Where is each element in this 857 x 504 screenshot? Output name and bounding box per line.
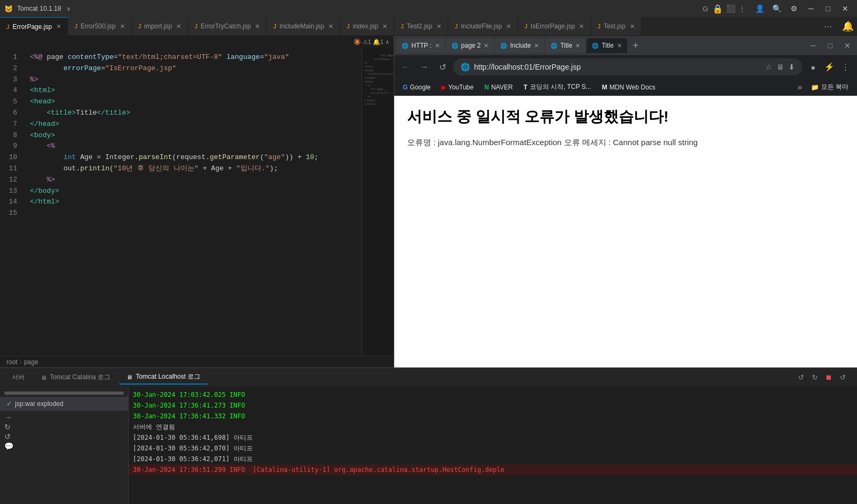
bottom-area: 서버 🖥 Tomcat Catalina 로그 🖥 Tomcat Localho… [0,367,857,504]
bookmark-youtube[interactable]: ▶ YouTube [437,82,478,92]
tab-errorpage-jsp[interactable]: J ErrorPage.jsp ✕ [0,17,68,36]
breadcrumb: root › page [0,356,394,367]
settings-btn[interactable]: ⚙ [786,1,801,16]
code-line-14: </html> [30,197,362,208]
browser-tab-2[interactable]: 🌐 Include ✕ [495,38,544,53]
code-line-12: %> [30,175,362,186]
bookmark-tcp[interactable]: T 코딩의 시작, TCP S... [519,81,595,93]
code-line-11: out.println("10년 후 당신의 나이는" + Age + "입니다… [30,163,362,175]
maximize-btn[interactable]: □ [821,1,836,16]
bookmark-mdn[interactable]: M MDN Web Docs [598,82,660,92]
search-btn[interactable]: 🔍 [769,1,784,16]
refresh-btn[interactable]: ↺ [435,59,450,74]
browser-tabs: 🌐 HTTP : ✕ 🌐 page 2 ✕ 🌐 Include ✕ 🌐 Titl… [394,36,857,55]
browser-tab-close-1[interactable]: ✕ [484,42,488,49]
restart-btn[interactable]: ↺ [795,372,807,383]
browser-tab-3[interactable]: 🌐 Title ✕ [545,38,585,53]
browser-tab-4[interactable]: 🌐 Title ✕ [587,38,627,53]
refresh2-btn[interactable]: ↻ [809,372,821,383]
address-bar[interactable]: 🌐 http://localhost:01/ErrorPage.jsp ☆ 🖥 … [453,58,802,76]
code-content[interactable]: 12345 678910 1112131415 <%@ page content… [0,48,362,356]
tab-close-7[interactable]: ✕ [506,23,511,30]
tab-import-jsp[interactable]: J import.jsp ✕ [132,17,189,36]
title-bar-left: 🐱 Tomcat 10.1.18 ∨ [4,5,71,13]
catalina-icon: 🖥 [41,374,47,381]
log-action-2[interactable]: ↻ [4,423,124,431]
log-main[interactable]: 30-Jan-2024 17:03:42.025 INFO 30-Jan-202… [129,387,857,504]
forward-btn[interactable]: → [417,59,432,74]
log-line-7: 30-Jan-2024 17:36:51.299 INFO [Catalina-… [129,464,857,475]
breadcrumb-root: root [6,358,18,366]
code-line-15 [30,208,362,219]
notifications[interactable]: 🔔 [839,20,857,32]
log-panel: ✓ jsp:war exploded → ↻ ↺ 💬 30-Jan-2024 1… [0,387,857,504]
log-line-4: [2024-01-30 05:36:41,698] 아티프 [129,432,857,443]
tabs-overflow-btn[interactable]: ⋯ [820,21,837,32]
log-line-5: [2024-01-30 05:36:42,070] 아티프 [129,443,857,454]
log-action-1[interactable]: → [4,413,124,422]
profile-btn[interactable]: ● [806,59,821,74]
tab-includemain-jsp[interactable]: J IncludeMain.jsp ✕ [267,17,340,36]
deploy-check-icon: ✓ [6,400,12,408]
bookmark-google[interactable]: G Google [399,82,435,92]
code-line-2: errorPage="IsErrorPage.jsp" [30,63,362,74]
code-line-1: <%@ page contentType="text/html;charset=… [30,52,362,63]
browser-content: 서비스 중 일시적 오류가 발생했습니다! 오류명 : java.lang.Nu… [394,96,857,367]
log-action-3[interactable]: ↺ [4,432,124,441]
code-line-5: <head> [30,96,362,108]
browser-favicon-2: 🌐 [500,43,507,49]
tab-close-0[interactable]: ✕ [56,23,61,30]
console-tab-localhost[interactable]: 🖥 Tomcat Localhost 로그 [119,370,208,385]
new-tab-btn[interactable]: + [628,38,643,53]
stop-btn[interactable]: ⏹ [823,372,835,383]
bookmark-icon[interactable]: ☆ [765,63,772,71]
tab-close-9[interactable]: ✕ [630,23,635,30]
redeploy-btn[interactable]: ↺ [837,372,848,383]
browser-tab-close-2[interactable]: ✕ [534,42,539,49]
browser-tab-close-3[interactable]: ✕ [575,42,580,49]
tab-icon: J [6,24,10,30]
tab-close-8[interactable]: ✕ [579,23,584,30]
browser-tab-close-4[interactable]: ✕ [617,42,622,49]
browser-favicon-0: 🌐 [402,43,408,49]
tab-iserrorpage-jsp[interactable]: J IsErrorPage.jsp ✕ [518,17,591,36]
minimize-btn[interactable]: ─ [803,1,818,16]
log-line-1: 30-Jan-2024 17:36:41.273 INFO [129,400,857,411]
browser-tab-1[interactable]: 🌐 page 2 ✕ [446,38,494,53]
close-btn[interactable]: ✕ [838,1,853,16]
browser-toolbar: ← → ↺ 🌐 http://localhost:01/ErrorPage.js… [394,55,857,79]
tab-close-6[interactable]: ✕ [437,23,441,30]
browser-tab-0[interactable]: 🌐 HTTP : ✕ [396,38,445,53]
code-line-3: %> [30,74,362,86]
menu-btn[interactable]: ⋮ [838,59,853,74]
tab-test2-jsp[interactable]: J Test2.jsp ✕ [394,17,448,36]
bookmarks-folder[interactable]: 📁 모든 북마 [807,81,853,93]
tab-index-jsp[interactable]: J index.jsp ✕ [340,17,394,36]
tab-error500-jsp[interactable]: J Error500.jsp ✕ [68,17,132,36]
back-btn[interactable]: ← [399,59,414,74]
extensions-btn[interactable]: ⚡ [822,59,837,74]
console-tab-catalina[interactable]: 🖥 Tomcat Catalina 로그 [33,371,118,384]
account-btn[interactable]: 👤 [752,1,767,16]
tab-close-4[interactable]: ✕ [328,23,333,30]
browser-tab-close-0[interactable]: ✕ [435,42,440,49]
tab-errortrycatch-jsp[interactable]: J ErrorTryCatch.jsp ✕ [188,17,267,36]
log-sidebar-item-0[interactable]: ✓ jsp:war exploded [0,397,128,411]
editor-toolbar-icons: 🔕 ⚠1 🔔1 ∧ [354,39,389,46]
log-action-4[interactable]: 💬 [4,442,124,450]
code-text[interactable]: <%@ page contentType="text/html;charset=… [21,48,362,356]
browser-maximize[interactable]: □ [823,38,838,53]
tab-close-5[interactable]: ✕ [382,23,387,30]
tab-includefile-jsp[interactable]: J IncludeFile.jsp ✕ [448,17,518,36]
tab-test-jsp[interactable]: J Test.jsp ✕ [591,17,641,36]
tab-close-2[interactable]: ✕ [176,23,181,30]
bookmark-naver[interactable]: N NAVER [480,82,517,92]
bookmarks-more-btn[interactable]: » [798,82,802,92]
tab-close-3[interactable]: ✕ [255,23,260,30]
title-bar-title: Tomcat 10.1.18 [17,5,61,12]
tab-close-1[interactable]: ✕ [120,23,125,30]
console-tab-server[interactable]: 서버 [4,371,32,384]
editor-tabs: J ErrorPage.jsp ✕ J Error500.jsp ✕ J imp… [0,17,857,36]
browser-close[interactable]: ✕ [840,38,855,53]
browser-minimize[interactable]: ─ [806,38,821,53]
